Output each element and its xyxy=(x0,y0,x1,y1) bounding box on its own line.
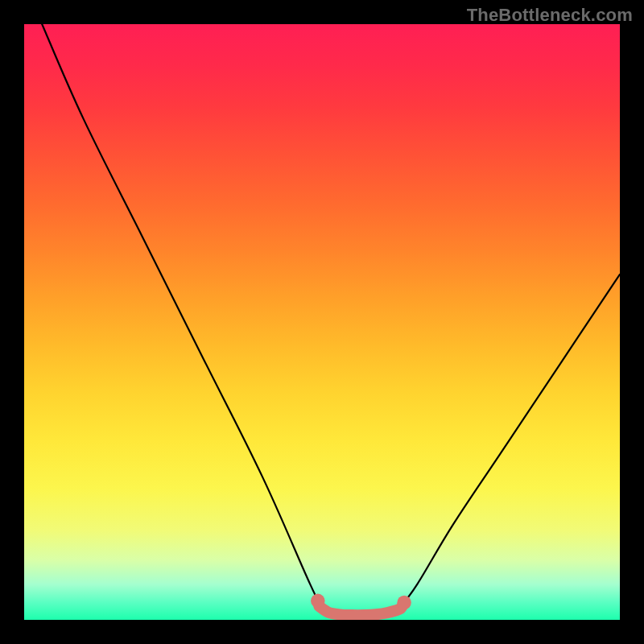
bottleneck-curve-path xyxy=(42,24,620,616)
highlight-dot xyxy=(397,596,411,609)
highlight-dot xyxy=(311,594,324,608)
chart-stage: TheBottleneck.com xyxy=(0,0,644,644)
watermark-text: TheBottleneck.com xyxy=(467,5,633,26)
curve-layer xyxy=(24,24,620,620)
highlight-band-path xyxy=(319,605,402,615)
plot-area xyxy=(24,24,620,620)
